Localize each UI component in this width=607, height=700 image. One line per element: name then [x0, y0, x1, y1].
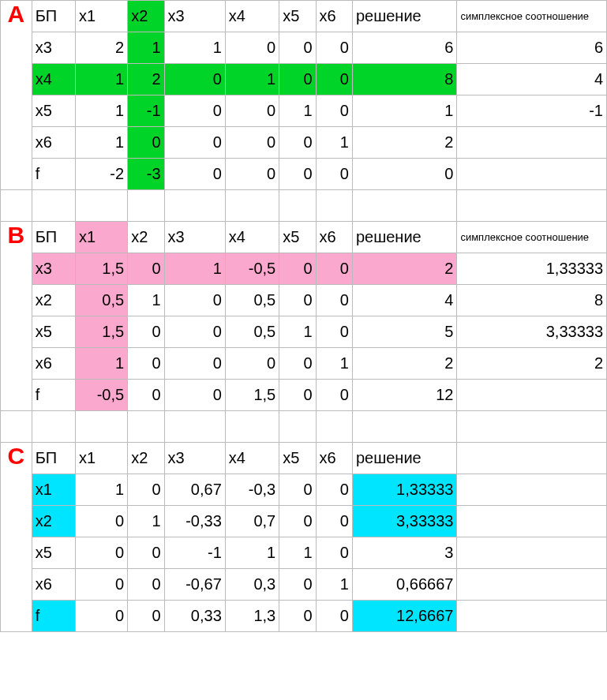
- table-row: x4 1 2 0 1 0 0 8 4: [1, 64, 607, 95]
- cell: -0,33: [164, 506, 225, 537]
- cell: 0: [75, 601, 127, 632]
- cell: 0,3: [225, 569, 279, 601]
- section-label-c: C: [1, 443, 32, 632]
- table-row: x5 0 0 -1 1 1 0 3: [1, 537, 607, 569]
- table-row: x1 1 0 0,67 -0,3 0 0 1,33333: [1, 474, 607, 506]
- cell: 0: [128, 380, 164, 411]
- cell: 0,5: [225, 316, 279, 348]
- cell-solution: 2: [352, 348, 456, 380]
- cell: 1: [128, 32, 164, 64]
- cell-bp: x4: [32, 64, 75, 95]
- table-a-header-row: A БП x1 x2 x3 x4 x5 x6 решение симплексн…: [1, 1, 607, 32]
- col-header-x4: x4: [225, 1, 279, 32]
- cell: 0: [164, 316, 225, 348]
- table-c-header-row: C БП x1 x2 x3 x4 x5 x6 решение: [1, 443, 607, 474]
- cell: 0: [279, 64, 316, 95]
- cell: 1: [75, 474, 127, 506]
- cell-solution: 2: [352, 127, 456, 159]
- cell-solution: 8: [352, 64, 456, 95]
- cell-solution: 0,66667: [352, 569, 456, 601]
- cell-ratio: -1: [457, 95, 607, 127]
- table-row: f 0 0 0,33 1,3 0 0 12,6667: [1, 601, 607, 632]
- cell: 0,33: [164, 601, 225, 632]
- col-header-ratio: симплексное соотношение: [457, 222, 607, 253]
- cell: 1: [128, 285, 164, 316]
- cell: 0,5: [75, 285, 127, 316]
- cell: 0: [279, 159, 316, 190]
- cell: 0: [225, 127, 279, 159]
- cell: 0: [128, 253, 164, 285]
- cell-bp: x6: [32, 569, 75, 601]
- cell: -2: [75, 159, 127, 190]
- table-row: x6 1 0 0 0 0 1 2 2: [1, 348, 607, 380]
- cell-bp: f: [32, 159, 75, 190]
- cell: 0: [164, 64, 225, 95]
- cell: 0: [316, 64, 352, 95]
- cell: 0: [225, 348, 279, 380]
- cell-bp: x5: [32, 95, 75, 127]
- col-header-bp: БП: [32, 222, 75, 253]
- table-row: x3 2 1 1 0 0 0 6 6: [1, 32, 607, 64]
- cell-ratio: 8: [457, 285, 607, 316]
- cell-bp: f: [32, 601, 75, 632]
- cell: 0: [75, 537, 127, 569]
- cell-bp: x2: [32, 506, 75, 537]
- cell-ratio: [457, 569, 607, 601]
- spacer-row: [1, 411, 607, 443]
- cell: 0,7: [225, 506, 279, 537]
- cell: 0: [316, 506, 352, 537]
- cell: 0,5: [225, 285, 279, 316]
- col-header-x5: x5: [279, 1, 316, 32]
- cell: 0: [279, 127, 316, 159]
- cell-bp: x3: [32, 32, 75, 64]
- cell: 0: [128, 127, 164, 159]
- cell: 1,5: [75, 316, 127, 348]
- cell-ratio: 2: [457, 348, 607, 380]
- cell: 1: [316, 569, 352, 601]
- cell: -3: [128, 159, 164, 190]
- cell: 2: [75, 32, 127, 64]
- cell-ratio: 3,33333: [457, 316, 607, 348]
- col-header-x2: x2: [128, 1, 164, 32]
- cell: 0: [164, 380, 225, 411]
- cell-solution: 12,6667: [352, 601, 456, 632]
- cell: 0: [128, 569, 164, 601]
- cell-bp: x6: [32, 127, 75, 159]
- col-header-x1: x1: [75, 443, 127, 474]
- col-header-ratio: [457, 443, 607, 474]
- section-label-b: B: [1, 222, 32, 411]
- cell-bp: x1: [32, 474, 75, 506]
- cell: 1: [316, 127, 352, 159]
- cell: -0,67: [164, 569, 225, 601]
- cell-bp: x3: [32, 253, 75, 285]
- cell: 0: [279, 348, 316, 380]
- cell-solution: 1: [352, 95, 456, 127]
- col-header-ratio: симплексное соотношение: [457, 1, 607, 32]
- col-header-x5: x5: [279, 222, 316, 253]
- table-row: x2 0,5 1 0 0,5 0 0 4 8: [1, 285, 607, 316]
- table-row: x3 1,5 0 1 -0,5 0 0 2 1,33333: [1, 253, 607, 285]
- cell: 2: [128, 64, 164, 95]
- col-header-x3: x3: [164, 1, 225, 32]
- table-row: x6 1 0 0 0 0 1 2: [1, 127, 607, 159]
- cell-ratio: [457, 506, 607, 537]
- cell: 1,5: [75, 253, 127, 285]
- cell: 0: [279, 253, 316, 285]
- cell: 0: [316, 159, 352, 190]
- cell: 1,5: [225, 380, 279, 411]
- col-header-x5: x5: [279, 443, 316, 474]
- col-header-x4: x4: [225, 443, 279, 474]
- cell-ratio: 4: [457, 64, 607, 95]
- col-header-x6: x6: [316, 222, 352, 253]
- cell: 0,67: [164, 474, 225, 506]
- cell: 1: [164, 253, 225, 285]
- cell: -1: [164, 537, 225, 569]
- cell: 0: [279, 380, 316, 411]
- simplex-tables: A БП x1 x2 x3 x4 x5 x6 решение симплексн…: [0, 0, 607, 632]
- cell: -1: [128, 95, 164, 127]
- cell-bp: x2: [32, 285, 75, 316]
- col-header-x3: x3: [164, 443, 225, 474]
- cell-solution: 2: [352, 253, 456, 285]
- cell: 0: [128, 348, 164, 380]
- cell-ratio: [457, 601, 607, 632]
